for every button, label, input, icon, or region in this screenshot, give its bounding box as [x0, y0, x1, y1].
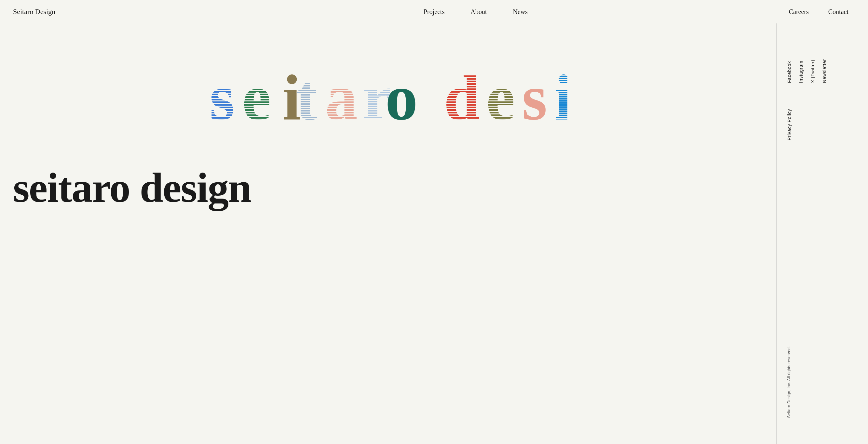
sidebar-bottom: Seitaro Design, inc. All rights reserved… — [787, 346, 791, 431]
sidebar-social-links: Facebook Instagram X (Twitter) Newslette… — [787, 56, 834, 86]
nav-about[interactable]: About — [470, 8, 487, 15]
nav-right: Careers Contact — [789, 8, 855, 15]
sidebar-link-instagram[interactable]: Instagram — [798, 56, 804, 86]
svg-rect-13 — [385, 62, 434, 128]
main-title: seitaro design — [13, 166, 251, 209]
nav-projects[interactable]: Projects — [424, 8, 444, 15]
nav-careers[interactable]: Careers — [789, 8, 809, 15]
main-content: s e i — [0, 0, 868, 444]
vertical-divider — [777, 0, 777, 444]
sidebar-link-facebook[interactable]: Facebook — [787, 56, 792, 86]
nav-contact[interactable]: Contact — [828, 8, 848, 15]
logo[interactable]: Seitaro Design — [13, 7, 55, 16]
content-area: s e i — [0, 24, 777, 444]
sidebar-link-newsletter[interactable]: Newsletter — [822, 56, 827, 86]
sidebar-copyright: Seitaro Design, inc. All rights reserved… — [787, 346, 791, 431]
right-sidebar: Facebook Instagram X (Twitter) Newslette… — [777, 24, 868, 444]
svg-rect-15 — [444, 62, 493, 128]
svg-rect-21 — [554, 62, 567, 128]
nav-center: Projects About News — [424, 8, 528, 15]
sidebar-privacy-policy[interactable]: Privacy Policy — [787, 106, 792, 144]
nav-news[interactable]: News — [513, 8, 528, 15]
logo-graphic: s e i — [13, 62, 764, 128]
header: Seitaro Design Projects About News Caree… — [0, 0, 868, 24]
sidebar-link-twitter[interactable]: X (Twitter) — [810, 56, 815, 86]
svg-rect-3 — [242, 62, 288, 128]
